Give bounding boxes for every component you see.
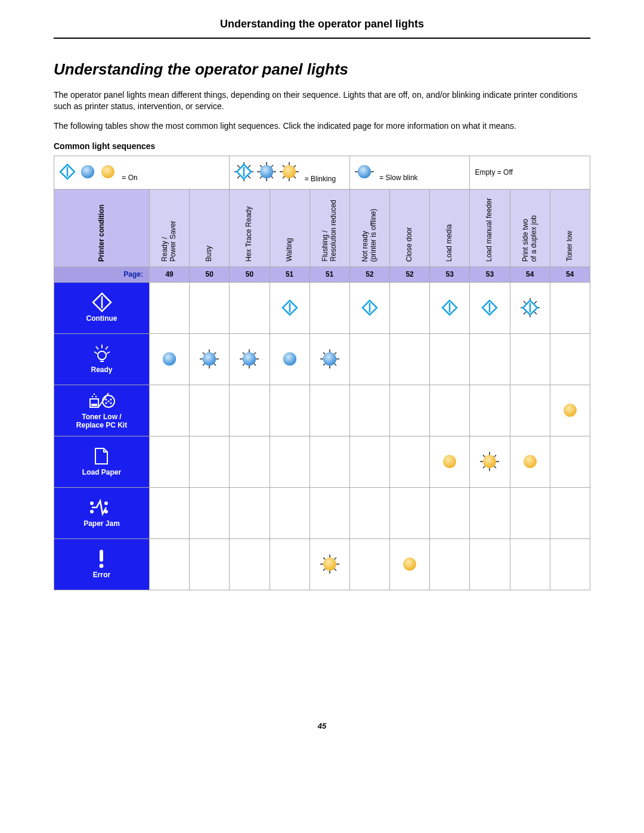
state-cell [430, 436, 470, 487]
col-header: Load manual feeder [470, 189, 510, 267]
col-label: Close door [405, 227, 414, 262]
state-cell [550, 385, 590, 436]
col-label: Load media [445, 224, 454, 262]
condition-header-label: Printer condition [98, 205, 106, 262]
page-num[interactable]: 51 [270, 267, 309, 282]
amber-blink-icon [280, 162, 299, 181]
state-cell [190, 487, 230, 538]
legend-row: = On = Blinking = Slow blink Empty = Off [54, 156, 590, 189]
state-cell [230, 538, 270, 590]
state-cell [470, 282, 510, 333]
state-cell [510, 385, 550, 436]
state-cell [270, 385, 309, 436]
row-label-continue: Continue [54, 282, 150, 333]
diamond-on-icon [439, 298, 460, 318]
page-label-cell: Page: [54, 267, 150, 282]
col-label: Flushing /Resolution reduced [321, 200, 338, 261]
state-cell [309, 282, 349, 333]
legend-on: = On [54, 156, 230, 189]
blue-on-icon [159, 349, 179, 369]
state-cell [510, 436, 550, 487]
col-label: Ready /Power Saver [161, 221, 178, 262]
row-label-load: Load Paper [54, 436, 150, 487]
amber-on-icon [560, 400, 580, 420]
state-cell [309, 538, 349, 590]
state-cell [190, 538, 230, 590]
page-number-row: Page: 49 50 50 51 51 52 52 53 53 54 54 [54, 267, 590, 282]
jam-row-icon [88, 497, 116, 518]
col-label: Not ready(printer is offline) [361, 209, 378, 262]
toner-row-icon [88, 391, 116, 411]
blue-blink-icon [257, 162, 276, 181]
state-cell [349, 282, 389, 333]
state-cell [510, 538, 550, 590]
state-cell [349, 436, 389, 487]
state-cell [150, 385, 190, 436]
diamond-on-icon [479, 298, 500, 318]
state-cell [190, 333, 230, 385]
state-cell [150, 333, 190, 385]
state-cell [470, 385, 510, 436]
footer-page-number: 45 [54, 721, 590, 730]
col-header: Not ready(printer is offline) [349, 189, 389, 267]
state-cell [470, 436, 510, 487]
state-cell [150, 487, 190, 538]
page-num[interactable]: 52 [390, 267, 430, 282]
state-cell [230, 436, 270, 487]
intro-paragraph-2: The following tables show the most commo… [54, 120, 590, 132]
state-cell [510, 282, 550, 333]
page-num[interactable]: 50 [190, 267, 230, 282]
state-cell [390, 538, 430, 590]
state-cell [550, 436, 590, 487]
state-row-continue: Continue [54, 282, 590, 333]
state-cell [349, 538, 389, 590]
col-header: Flushing /Resolution reduced [309, 189, 349, 267]
diamond-on-icon [360, 298, 380, 318]
page-num[interactable]: 53 [470, 267, 510, 282]
page-num[interactable]: 54 [550, 267, 590, 282]
state-cell [309, 385, 349, 436]
legend-off-label: Empty = Off [475, 168, 512, 176]
col-label: Load manual feeder [486, 198, 494, 262]
diamond-on-icon [280, 298, 300, 318]
state-cell [470, 333, 510, 385]
page-num[interactable]: 51 [309, 267, 349, 282]
page-num[interactable]: 49 [150, 267, 190, 282]
amber-blink-icon [320, 554, 340, 574]
excl-row-icon [92, 549, 112, 569]
state-cell [430, 487, 470, 538]
state-cell [550, 538, 590, 590]
page-num[interactable]: 52 [349, 267, 389, 282]
diamond-blink-icon [520, 298, 540, 318]
col-header: Busy [190, 189, 230, 267]
amber-on-icon [439, 451, 460, 472]
state-cell [230, 333, 270, 385]
col-header: Hex Trace Ready [230, 189, 270, 267]
state-cell [190, 436, 230, 487]
col-header: Waiting [270, 189, 309, 267]
table-caption: Common light sequences [54, 141, 590, 151]
blue-blink-icon [199, 349, 219, 369]
col-label: Print side twoof a duplex job [522, 215, 538, 262]
continue-row-icon [92, 292, 112, 312]
amber-on-icon [400, 554, 420, 574]
page-header-title: Understanding the operator panel lights [54, 18, 590, 39]
amber-blink-icon [479, 451, 500, 472]
page-num[interactable]: 54 [510, 267, 550, 282]
legend-on-label: = On [122, 174, 137, 182]
col-header: Close door [390, 189, 430, 267]
state-row-error: Error [54, 538, 590, 590]
legend-blinking: = Blinking [230, 156, 350, 189]
state-cell [230, 385, 270, 436]
blue-blink-icon [320, 349, 340, 369]
page-row-icon [92, 446, 112, 466]
legend-slow-label: = Slow blink [379, 174, 417, 182]
page-num[interactable]: 53 [430, 267, 470, 282]
state-cell [270, 538, 309, 590]
state-cell [550, 282, 590, 333]
blue-on-icon [280, 349, 300, 369]
state-cell [430, 282, 470, 333]
page-num[interactable]: 50 [230, 267, 270, 282]
state-cell [430, 333, 470, 385]
state-cell [390, 385, 430, 436]
